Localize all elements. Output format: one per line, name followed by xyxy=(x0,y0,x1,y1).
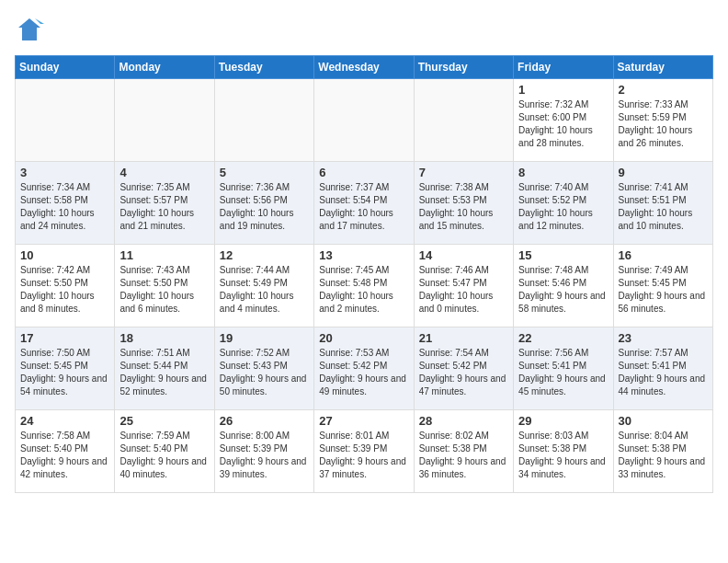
sunrise-label: Sunrise: xyxy=(518,99,552,109)
sunrise-label: Sunrise: xyxy=(20,182,54,192)
sunrise-label: Sunrise: xyxy=(20,265,54,275)
calendar-day-cell: 2 Sunrise: 7:33 AM Sunset: 5:59 PM Dayli… xyxy=(613,79,712,162)
calendar-week-row: 17 Sunrise: 7:50 AM Sunset: 5:45 PM Dayl… xyxy=(16,327,713,410)
sunset-label: Sunset: xyxy=(518,195,550,205)
day-info: Sunrise: 7:44 AM Sunset: 5:49 PM Dayligh… xyxy=(220,264,309,316)
calendar-day-cell: 8 Sunrise: 7:40 AM Sunset: 5:52 PM Dayli… xyxy=(514,162,613,245)
calendar-day-cell xyxy=(414,79,513,162)
day-info: Sunrise: 7:32 AM Sunset: 6:00 PM Dayligh… xyxy=(518,98,608,150)
calendar-day-cell: 18 Sunrise: 7:51 AM Sunset: 5:44 PM Dayl… xyxy=(115,327,214,410)
day-number: 5 xyxy=(220,166,309,179)
daylight-label: Daylight: xyxy=(619,291,654,301)
daylight-label: Daylight: xyxy=(518,125,554,135)
daylight-label: Daylight: xyxy=(419,291,455,301)
calendar-day-cell: 30 Sunrise: 8:04 AM Sunset: 5:38 PM Dayl… xyxy=(613,410,712,493)
daylight-label: Daylight: xyxy=(619,125,654,135)
day-number: 4 xyxy=(119,166,209,179)
daylight-label: Daylight: xyxy=(319,456,355,466)
sunrise-label: Sunrise: xyxy=(419,265,453,275)
day-info: Sunrise: 7:40 AM Sunset: 5:52 PM Dayligh… xyxy=(518,181,608,233)
weekday-header: Saturday xyxy=(613,56,712,79)
day-info: Sunrise: 7:50 AM Sunset: 5:45 PM Dayligh… xyxy=(20,347,109,398)
page-container: SundayMondayTuesdayWednesdayThursdayFrid… xyxy=(0,0,728,502)
sunset-label: Sunset: xyxy=(518,112,550,122)
day-number: 17 xyxy=(20,331,109,345)
day-info: Sunrise: 7:36 AM Sunset: 5:56 PM Dayligh… xyxy=(220,181,309,233)
logo-icon xyxy=(15,15,44,44)
day-number: 6 xyxy=(319,166,408,179)
calendar-day-cell: 10 Sunrise: 7:42 AM Sunset: 5:50 PM Dayl… xyxy=(16,245,115,327)
calendar-day-cell xyxy=(214,79,313,162)
day-info: Sunrise: 7:57 AM Sunset: 5:41 PM Dayligh… xyxy=(619,347,708,398)
svg-marker-1 xyxy=(18,18,40,40)
day-number: 16 xyxy=(619,248,708,262)
calendar-day-cell: 26 Sunrise: 8:00 AM Sunset: 5:39 PM Dayl… xyxy=(214,410,313,493)
sunrise-label: Sunrise: xyxy=(619,182,653,192)
calendar-day-cell: 3 Sunrise: 7:34 AM Sunset: 5:58 PM Dayli… xyxy=(16,162,115,245)
sunrise-label: Sunrise: xyxy=(20,431,54,441)
sunrise-label: Sunrise: xyxy=(619,99,653,109)
day-number: 1 xyxy=(518,83,608,97)
daylight-label: Daylight: xyxy=(119,373,155,384)
calendar-day-cell: 4 Sunrise: 7:35 AM Sunset: 5:57 PM Dayli… xyxy=(115,162,214,245)
daylight-label: Daylight: xyxy=(20,456,56,466)
day-info: Sunrise: 7:52 AM Sunset: 5:43 PM Dayligh… xyxy=(220,347,309,398)
calendar-day-cell: 28 Sunrise: 8:02 AM Sunset: 5:38 PM Dayl… xyxy=(414,410,513,493)
calendar-day-cell: 22 Sunrise: 7:56 AM Sunset: 5:41 PM Dayl… xyxy=(514,327,613,410)
day-info: Sunrise: 7:45 AM Sunset: 5:48 PM Dayligh… xyxy=(319,264,408,316)
calendar-day-cell: 11 Sunrise: 7:43 AM Sunset: 5:50 PM Dayl… xyxy=(115,245,214,327)
calendar-day-cell: 27 Sunrise: 8:01 AM Sunset: 5:39 PM Dayl… xyxy=(314,410,414,493)
day-info: Sunrise: 7:59 AM Sunset: 5:40 PM Dayligh… xyxy=(119,430,209,481)
calendar-day-cell: 7 Sunrise: 7:38 AM Sunset: 5:53 PM Dayli… xyxy=(414,162,513,245)
calendar-day-cell: 13 Sunrise: 7:45 AM Sunset: 5:48 PM Dayl… xyxy=(314,245,414,327)
day-number: 9 xyxy=(619,166,708,179)
sunrise-label: Sunrise: xyxy=(319,182,353,192)
day-info: Sunrise: 7:37 AM Sunset: 5:54 PM Dayligh… xyxy=(319,181,408,233)
day-info: Sunrise: 7:35 AM Sunset: 5:57 PM Dayligh… xyxy=(119,181,209,233)
day-number: 18 xyxy=(119,331,209,345)
day-info: Sunrise: 7:38 AM Sunset: 5:53 PM Dayligh… xyxy=(419,181,508,233)
daylight-label: Daylight: xyxy=(419,373,455,384)
day-info: Sunrise: 7:49 AM Sunset: 5:45 PM Dayligh… xyxy=(619,264,708,316)
day-number: 21 xyxy=(419,331,508,345)
calendar-day-cell: 14 Sunrise: 7:46 AM Sunset: 5:47 PM Dayl… xyxy=(414,245,513,327)
sunrise-label: Sunrise: xyxy=(119,182,154,192)
day-number: 26 xyxy=(220,414,309,428)
day-info: Sunrise: 7:41 AM Sunset: 5:51 PM Dayligh… xyxy=(619,181,708,233)
daylight-label: Daylight: xyxy=(220,208,256,218)
sunset-label: Sunset: xyxy=(619,361,650,371)
calendar-day-cell xyxy=(314,79,414,162)
daylight-label: Daylight: xyxy=(518,456,554,466)
sunrise-label: Sunrise: xyxy=(419,348,453,358)
daylight-label: Daylight: xyxy=(419,456,455,466)
sunrise-label: Sunrise: xyxy=(220,182,254,192)
calendar-day-cell xyxy=(115,79,214,162)
daylight-label: Daylight: xyxy=(619,373,654,384)
calendar-day-cell: 9 Sunrise: 7:41 AM Sunset: 5:51 PM Dayli… xyxy=(613,162,712,245)
day-number: 15 xyxy=(518,248,608,262)
sunset-label: Sunset: xyxy=(220,443,251,454)
daylight-label: Daylight: xyxy=(20,208,56,218)
day-number: 20 xyxy=(319,331,408,345)
sunset-label: Sunset: xyxy=(119,195,151,205)
calendar-day-cell: 5 Sunrise: 7:36 AM Sunset: 5:56 PM Dayli… xyxy=(214,162,313,245)
sunrise-label: Sunrise: xyxy=(319,431,353,441)
sunrise-label: Sunrise: xyxy=(419,431,453,441)
daylight-label: Daylight: xyxy=(220,373,256,384)
calendar-day-cell: 6 Sunrise: 7:37 AM Sunset: 5:54 PM Dayli… xyxy=(314,162,414,245)
calendar-day-cell: 21 Sunrise: 7:54 AM Sunset: 5:42 PM Dayl… xyxy=(414,327,513,410)
day-info: Sunrise: 7:43 AM Sunset: 5:50 PM Dayligh… xyxy=(119,264,209,316)
calendar-week-row: 10 Sunrise: 7:42 AM Sunset: 5:50 PM Dayl… xyxy=(16,245,713,327)
sunset-label: Sunset: xyxy=(319,195,350,205)
sunrise-label: Sunrise: xyxy=(319,348,353,358)
day-info: Sunrise: 8:03 AM Sunset: 5:38 PM Dayligh… xyxy=(518,430,608,481)
sunrise-label: Sunrise: xyxy=(518,431,552,441)
sunrise-label: Sunrise: xyxy=(119,265,154,275)
sunset-label: Sunset: xyxy=(119,278,151,288)
sunset-label: Sunset: xyxy=(319,361,350,371)
daylight-label: Daylight: xyxy=(518,208,554,218)
sunset-label: Sunset: xyxy=(119,361,151,371)
sunrise-label: Sunrise: xyxy=(619,348,653,358)
sunrise-label: Sunrise: xyxy=(619,431,653,441)
day-number: 10 xyxy=(20,248,109,262)
